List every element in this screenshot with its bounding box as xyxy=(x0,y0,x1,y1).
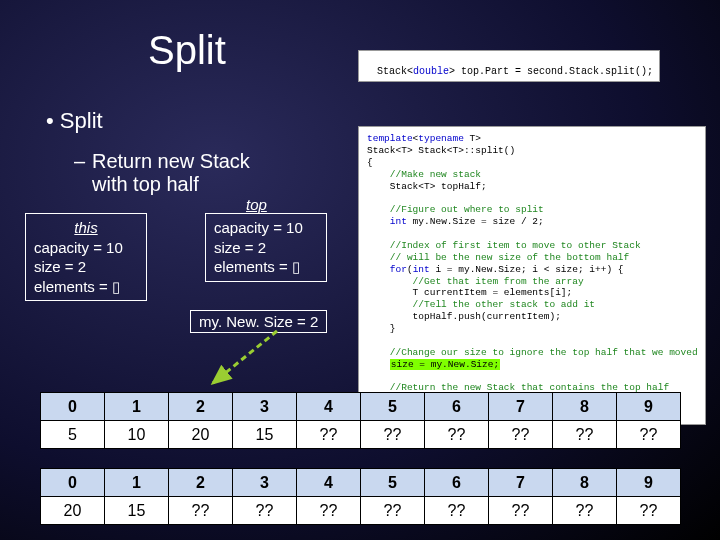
cell: 3 xyxy=(233,469,297,497)
mynewsize-box: my. New. Size = 2 xyxy=(190,310,327,333)
bullet-return: Return new Stack with top half xyxy=(92,150,250,196)
cell: ?? xyxy=(361,421,425,449)
cell: 20 xyxy=(169,421,233,449)
box-this-cap: capacity = 10 xyxy=(34,238,138,258)
table-row: 0 1 2 3 4 5 6 7 8 9 xyxy=(41,469,681,497)
cell: 1 xyxy=(105,393,169,421)
cell: 2 xyxy=(169,469,233,497)
cell: 0 xyxy=(41,393,105,421)
cell: ?? xyxy=(297,421,361,449)
code1-text: Stack<double> top.Part = second.Stack.sp… xyxy=(377,66,653,77)
array-table-this: 0 1 2 3 4 5 6 7 8 9 5 10 20 15 ?? ?? ?? … xyxy=(40,392,681,449)
cell: ?? xyxy=(361,497,425,525)
cell: 5 xyxy=(41,421,105,449)
cell: 6 xyxy=(425,393,489,421)
table-row: 20 15 ?? ?? ?? ?? ?? ?? ?? ?? xyxy=(41,497,681,525)
table-row: 0 1 2 3 4 5 6 7 8 9 xyxy=(41,393,681,421)
cell: ?? xyxy=(489,497,553,525)
cell: ?? xyxy=(233,497,297,525)
cell: 15 xyxy=(105,497,169,525)
cell: ?? xyxy=(425,497,489,525)
cell: 7 xyxy=(489,393,553,421)
cell: 1 xyxy=(105,469,169,497)
bullet-split: Split xyxy=(46,108,103,134)
cell: 8 xyxy=(553,469,617,497)
cell: 0 xyxy=(41,469,105,497)
code-snippet-impl: template<typename T> Stack<T> Stack<T>::… xyxy=(358,126,706,425)
cell: 10 xyxy=(105,421,169,449)
cell: 5 xyxy=(361,393,425,421)
cell: ?? xyxy=(169,497,233,525)
dashed-arrow xyxy=(207,328,287,388)
cell: 7 xyxy=(489,469,553,497)
code-snippet-call: Stack<double> top.Part = second.Stack.sp… xyxy=(358,50,660,82)
svg-line-0 xyxy=(213,331,277,383)
cell: 5 xyxy=(361,469,425,497)
slide-title: Split xyxy=(148,28,226,73)
bullet-return-line1: Return new Stack xyxy=(92,150,250,172)
array-table-top: 0 1 2 3 4 5 6 7 8 9 20 15 ?? ?? ?? ?? ??… xyxy=(40,468,681,525)
bullet-return-line2: with top half xyxy=(92,173,199,195)
cell: 2 xyxy=(169,393,233,421)
cell: 8 xyxy=(553,393,617,421)
cell: 15 xyxy=(233,421,297,449)
box-this-label: this xyxy=(34,218,138,238)
box-top-size: size = 2 xyxy=(214,238,318,258)
cell: 4 xyxy=(297,469,361,497)
cell: ?? xyxy=(553,421,617,449)
cell: 3 xyxy=(233,393,297,421)
top-label: top xyxy=(246,196,267,213)
cell: 20 xyxy=(41,497,105,525)
cell: 9 xyxy=(617,393,681,421)
cell: ?? xyxy=(489,421,553,449)
box-top-elem: elements = ▯ xyxy=(214,257,318,277)
cell: ?? xyxy=(617,497,681,525)
cell: 4 xyxy=(297,393,361,421)
box-this: this capacity = 10 size = 2 elements = ▯ xyxy=(25,213,147,301)
cell: ?? xyxy=(617,421,681,449)
cell: 9 xyxy=(617,469,681,497)
cell: 6 xyxy=(425,469,489,497)
box-this-size: size = 2 xyxy=(34,257,138,277)
box-this-elem: elements = ▯ xyxy=(34,277,138,297)
cell: ?? xyxy=(297,497,361,525)
table-row: 5 10 20 15 ?? ?? ?? ?? ?? ?? xyxy=(41,421,681,449)
cell: ?? xyxy=(553,497,617,525)
box-top: capacity = 10 size = 2 elements = ▯ xyxy=(205,213,327,282)
box-top-cap: capacity = 10 xyxy=(214,218,318,238)
cell: ?? xyxy=(425,421,489,449)
